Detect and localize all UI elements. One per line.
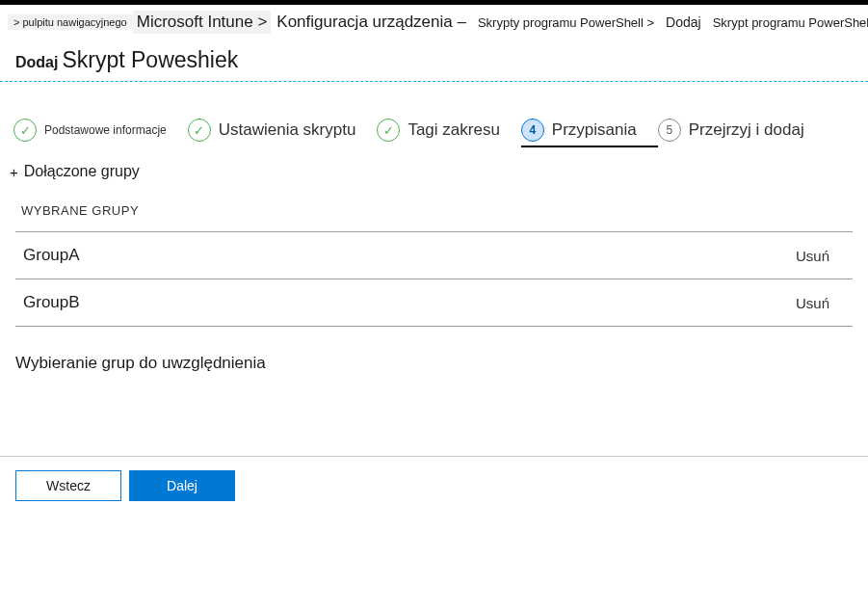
step-number-icon: 5 — [658, 119, 681, 142]
group-name: GroupB — [23, 293, 80, 312]
header-add-label: Dodaj — [15, 54, 58, 71]
header-script-name: Skrypt Poweshiek — [62, 47, 238, 73]
wizard-step-label: Tagi zakresu — [408, 120, 499, 140]
remove-group-link[interactable]: Usuń — [796, 295, 829, 311]
wizard-step-label: Przypisania — [552, 120, 637, 140]
next-button[interactable]: Dalej — [129, 470, 235, 501]
wizard-step-label: Podstawowe informacje — [44, 123, 167, 137]
wizard-step-script-settings[interactable]: Ustawienia skryptu — [188, 119, 378, 142]
wizard-step-basic-info[interactable]: Podstawowe informacje — [13, 119, 188, 142]
wizard-footer: Wstecz Dalej — [0, 456, 868, 520]
selected-groups-header: WYBRANE GRUPY — [0, 186, 868, 224]
checkmark-icon — [377, 119, 400, 142]
plus-icon: + — [10, 164, 18, 180]
breadcrumb-dashboard[interactable]: > pulpitu nawigacyjnego — [8, 14, 133, 30]
wizard-step-scope-tags[interactable]: Tagi zakresu — [377, 119, 520, 142]
breadcrumb: > pulpitu nawigacyjnego Microsoft Intune… — [0, 5, 868, 38]
wizard-steps: Podstawowe informacje Ustawienia skryptu… — [0, 119, 868, 142]
wizard-step-label: Przejrzyj i dodaj — [689, 120, 804, 140]
wizard-step-assignments[interactable]: 4 Przypisania — [521, 119, 658, 147]
breadcrumb-final: Skrypt programu PowerShell — [707, 13, 868, 32]
table-row: GroupB Usuń — [15, 279, 853, 327]
select-groups-link[interactable]: Wybieranie grup do uwzględnienia — [0, 327, 868, 373]
selected-groups-table: GroupA Usuń GroupB Usuń — [15, 231, 853, 327]
breadcrumb-add[interactable]: Dodaj — [660, 13, 707, 32]
header-divider — [0, 81, 868, 82]
checkmark-icon — [188, 119, 211, 142]
page-header: Dodaj Skrypt Poweshiek — [0, 38, 868, 81]
group-name: GroupA — [23, 246, 80, 265]
included-groups-label: Dołączone grupy — [24, 163, 140, 180]
included-groups-toggle[interactable]: + Dołączone grupy — [0, 155, 868, 186]
step-number-icon: 4 — [521, 119, 544, 142]
checkmark-icon — [13, 119, 37, 142]
breadcrumb-scripts[interactable]: Skrypty programu PowerShell > — [472, 13, 660, 32]
remove-group-link[interactable]: Usuń — [796, 248, 829, 264]
table-row: GroupA Usuń — [15, 232, 853, 279]
wizard-step-label: Ustawienia skryptu — [219, 120, 356, 140]
back-button[interactable]: Wstecz — [15, 470, 121, 501]
breadcrumb-config[interactable]: Konfiguracja urządzenia – — [271, 11, 472, 34]
wizard-step-review[interactable]: 5 Przejrzyj i dodaj — [658, 119, 826, 142]
breadcrumb-intune[interactable]: Microsoft Intune > — [133, 11, 272, 34]
